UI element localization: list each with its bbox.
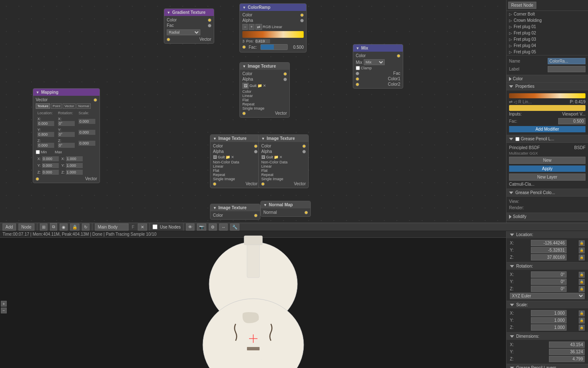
new-btn[interactable]: New — [509, 157, 585, 164]
fac-panel-input[interactable] — [558, 118, 585, 124]
rot-z[interactable] — [58, 143, 75, 148]
left-tool-1[interactable]: + — [1, 301, 7, 307]
rot-y[interactable] — [58, 132, 75, 137]
rotation-header[interactable]: Rotation: — [507, 263, 588, 270]
scale-z-input[interactable] — [531, 324, 567, 331]
scale-x-input[interactable] — [531, 310, 567, 316]
img-tex1-folder-btn[interactable]: 📁 — [257, 84, 262, 88]
rot-x[interactable] — [58, 121, 75, 126]
node-btn[interactable]: Node — [18, 223, 34, 231]
rot-y-lock[interactable]: 🔒 — [579, 279, 585, 285]
loc-z-lock[interactable]: 🔒 — [579, 255, 585, 260]
scale-x[interactable] — [79, 119, 95, 124]
scale-x-lock[interactable]: 🔒 — [579, 310, 585, 316]
scale-z[interactable] — [79, 141, 95, 146]
left-tool-2[interactable]: − — [1, 308, 7, 313]
image-texture-4-node[interactable]: ▼ Image Texture Color — [210, 204, 260, 220]
rot-z-input[interactable] — [531, 286, 567, 292]
rot-x-input[interactable] — [531, 271, 567, 278]
add-btn[interactable]: Add — [3, 223, 16, 231]
img-tex3-folder[interactable]: 📁 — [274, 155, 278, 159]
rot-z-lock[interactable]: 🔒 — [579, 286, 585, 292]
mix-type-select[interactable]: Mix — [364, 59, 385, 65]
loc-x-input[interactable] — [531, 240, 567, 246]
img-tex2-folder[interactable]: 📁 — [226, 155, 230, 159]
ramp-pos-input[interactable] — [255, 39, 270, 43]
normal-map-node[interactable]: ▼ Normal Map Normal — [260, 201, 311, 217]
dim-y-input[interactable] — [549, 349, 585, 355]
toolbar-icon-8[interactable]: ⚙ — [209, 223, 217, 231]
toolbar-icon-3[interactable]: ◉ — [60, 223, 68, 231]
item-fret-plug-05[interactable]: ▷ Fret plug 05 — [507, 49, 588, 55]
mix-out-socket[interactable] — [397, 54, 400, 58]
toolbar-icon-5[interactable]: ↻ — [82, 223, 89, 231]
grease-pencil-checkbox[interactable] — [515, 137, 520, 141]
scale-y[interactable] — [79, 130, 95, 135]
min-z[interactable] — [42, 170, 59, 175]
max-x[interactable] — [66, 156, 83, 161]
fac-slider[interactable] — [260, 44, 288, 50]
image-texture-2-node[interactable]: ▼ Image Texture Color Alpha � — [210, 134, 260, 188]
grease-pencil-colo-header[interactable]: Grease Pencil Colo... — [507, 189, 588, 197]
img-tex2-x[interactable]: ✕ — [231, 155, 234, 159]
toolbar-icon-9[interactable]: ↔ — [219, 223, 228, 231]
normal-tab[interactable]: Normal — [76, 103, 91, 109]
toolbar-icon-2[interactable]: ⧉ — [50, 223, 57, 231]
new-layer-btn[interactable]: New Layer — [509, 173, 585, 181]
dim-x-input[interactable] — [549, 342, 585, 348]
item-crown-mold[interactable]: ▷ Crown Molding — [507, 17, 588, 24]
mapping-node[interactable]: ▼ Mapping Vector Texture Point Vector No… — [33, 88, 100, 183]
toolbar-icon-6[interactable]: 👁 — [186, 223, 194, 231]
item-fret-plug-04[interactable]: ▷ Fret plug 04 — [507, 42, 588, 49]
apply-btn[interactable]: Apply — [509, 166, 585, 172]
scale-y-input[interactable] — [531, 317, 567, 323]
gradient-texture-node[interactable]: ▼ Gradient Texture Color Fac — [164, 8, 214, 44]
rot-y-input[interactable] — [531, 279, 567, 285]
properties-section-header[interactable]: Properties — [507, 83, 588, 90]
point-tab[interactable]: Point — [51, 103, 62, 109]
image-texture-3-node[interactable]: ▼ Image Texture Color Alpha � — [258, 134, 309, 188]
loc-x-lock[interactable]: 🔒 — [579, 240, 585, 246]
toolbar-icon-7[interactable]: 📷 — [197, 223, 206, 231]
img-tex3-x[interactable]: ✕ — [279, 155, 283, 159]
texture-tab[interactable]: Texture — [36, 103, 50, 109]
loc-y-input[interactable] — [531, 247, 567, 253]
ramp-arrows-btn[interactable]: ⇄ — [255, 24, 262, 30]
item-fret-plug-02[interactable]: ▷ Fret plug 02 — [507, 30, 588, 36]
toolbar-icon-1[interactable]: ⊞ — [40, 223, 47, 231]
max-z[interactable] — [66, 170, 83, 175]
vector-input-socket[interactable] — [167, 38, 170, 41]
name-input[interactable] — [548, 58, 585, 64]
gradient-type-select[interactable]: Radial — [167, 29, 200, 35]
color-socket[interactable] — [208, 18, 211, 22]
ramp-plus-btn[interactable]: + — [249, 24, 254, 30]
max-y[interactable] — [66, 163, 83, 168]
fac-input-socket[interactable] — [242, 45, 246, 49]
colorramp-color-socket[interactable] — [300, 13, 304, 17]
rot-x-lock[interactable]: 🔒 — [579, 272, 585, 278]
loc-y-lock[interactable]: 🔒 — [579, 247, 585, 253]
dimensions-header[interactable]: Dimensions: — [507, 333, 588, 340]
dim-z-input[interactable] — [549, 356, 585, 362]
min-y[interactable] — [42, 163, 59, 168]
loc-z[interactable] — [37, 143, 54, 148]
image-texture-1-node[interactable]: ▼ Image Texture Color Alpha � — [239, 62, 290, 118]
location-header[interactable]: Location: — [507, 231, 588, 238]
toolbar-x-btn[interactable]: ✕ — [138, 223, 147, 231]
main-body-label[interactable]: Main Body — [95, 223, 129, 231]
colorramp-alpha-socket[interactable] — [300, 19, 304, 22]
toolbar-icon-10[interactable]: 🔧 — [230, 223, 239, 231]
item-corner-bolt[interactable]: ▷ Corner Bolt — [507, 11, 588, 17]
toolbar-icon-4[interactable]: 🔒 — [70, 223, 79, 231]
fac-socket[interactable] — [208, 24, 211, 27]
clamp-checkbox[interactable] — [356, 66, 360, 70]
scale-z-lock[interactable]: 🔒 — [579, 325, 585, 331]
euler-select[interactable]: XYZ Euler — [510, 293, 585, 299]
scale-header[interactable]: Scale: — [507, 301, 588, 308]
solidify-header[interactable]: Solidify — [507, 213, 588, 221]
use-nodes-checkbox[interactable] — [152, 224, 158, 229]
node-editor[interactable]: ▼ Gradient Texture Color Fac — [0, 0, 506, 223]
item-fret-plug-03[interactable]: ▷ Fret plug 03 — [507, 36, 588, 42]
item-fret-plug-01[interactable]: ▷ Fret plug 01 — [507, 24, 588, 30]
scale-y-lock[interactable]: 🔒 — [579, 318, 585, 323]
